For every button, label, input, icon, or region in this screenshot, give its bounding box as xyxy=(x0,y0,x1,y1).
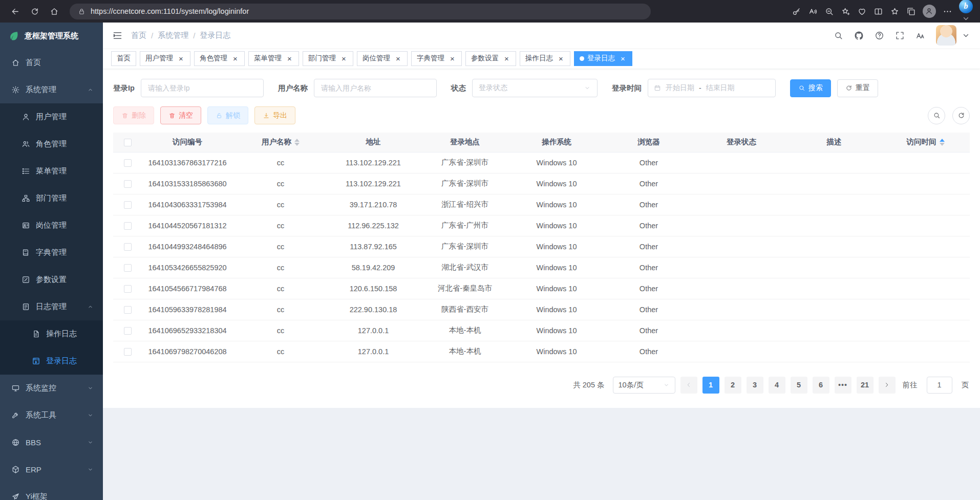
app-logo[interactable]: 意框架管理系统 xyxy=(0,23,103,49)
refresh-button[interactable] xyxy=(27,3,43,19)
page-button-1[interactable]: 1 xyxy=(702,377,719,394)
sidebar-item-system-mgmt[interactable]: 系统管理 xyxy=(0,76,103,103)
user-menu-caret-icon[interactable] xyxy=(961,31,971,40)
sidebar-item-system-monitor[interactable]: 系统监控 xyxy=(0,375,103,402)
column-header-time[interactable]: 访问时间 xyxy=(881,133,970,152)
page-size-select[interactable]: 10条/页 xyxy=(613,377,675,394)
sidebar-item-dict-mgmt[interactable]: 字典管理 xyxy=(0,239,103,266)
reset-button[interactable]: 重置 xyxy=(837,79,878,97)
close-tab-icon[interactable]: × xyxy=(231,55,239,62)
page-button-2[interactable]: 2 xyxy=(725,377,741,394)
sidebar-toggle-icon[interactable] xyxy=(112,30,123,41)
sidebar-item-menu-mgmt[interactable]: 菜单管理 xyxy=(0,158,103,185)
tab-home[interactable]: 首页 xyxy=(111,51,136,66)
delete-button[interactable]: 删除 xyxy=(113,106,154,124)
row-checkbox[interactable] xyxy=(124,348,132,356)
home-button[interactable] xyxy=(46,3,62,19)
next-page-button[interactable] xyxy=(879,377,896,394)
zoom-icon[interactable] xyxy=(824,7,834,16)
close-tab-icon[interactable]: × xyxy=(619,55,627,62)
tab-login-log[interactable]: 登录日志× xyxy=(574,51,632,66)
sidebar-item-dept-mgmt[interactable]: 部门管理 xyxy=(0,185,103,212)
login-time-range-picker[interactable]: 开始日期 - 结束日期 xyxy=(648,79,776,97)
row-checkbox[interactable] xyxy=(124,264,132,272)
page-ellipsis[interactable]: ••• xyxy=(835,377,851,394)
tab-dict-mgmt[interactable]: 字典管理× xyxy=(411,51,462,66)
sidebar-item-user-mgmt[interactable]: 用户管理 xyxy=(0,103,103,131)
browser-profile-avatar[interactable] xyxy=(923,5,936,18)
url-bar[interactable]: https://ccnetcore.com:1101/system/log/lo… xyxy=(70,4,651,19)
clear-button[interactable]: 清空 xyxy=(160,106,201,124)
tab-post-mgmt[interactable]: 岗位管理× xyxy=(357,51,408,66)
page-button-3[interactable]: 3 xyxy=(747,377,763,394)
user-name-input[interactable] xyxy=(314,79,437,97)
sidebar-item-login-log[interactable]: 登录日志 xyxy=(0,347,103,375)
sidebar-item-home[interactable]: 首页 xyxy=(0,49,103,76)
close-tab-icon[interactable]: × xyxy=(557,55,565,62)
close-tab-icon[interactable]: × xyxy=(449,55,456,62)
tab-operation-log[interactable]: 操作日志× xyxy=(520,51,570,66)
unlock-button[interactable]: 解锁 xyxy=(207,106,248,124)
header-search-icon[interactable] xyxy=(834,31,843,40)
sidebar-item-log-mgmt[interactable]: 日志管理 xyxy=(0,293,103,320)
column-header-user[interactable]: 用户名称 xyxy=(233,133,328,152)
status-select[interactable]: 登录状态 xyxy=(472,79,598,97)
close-tab-icon[interactable]: × xyxy=(286,55,293,62)
refresh-table-button[interactable] xyxy=(952,107,970,124)
close-tab-icon[interactable]: × xyxy=(340,55,348,62)
login-ip-input[interactable] xyxy=(141,79,264,97)
back-button[interactable] xyxy=(7,3,24,19)
goto-page-input[interactable] xyxy=(927,377,952,394)
sidebar-item-param-settings[interactable]: 参数设置 xyxy=(0,266,103,293)
page-button-4[interactable]: 4 xyxy=(769,377,785,394)
page-button-5[interactable]: 5 xyxy=(791,377,807,394)
row-checkbox[interactable] xyxy=(124,180,132,188)
tab-dept-mgmt[interactable]: 部门管理× xyxy=(303,51,353,66)
select-all-checkbox[interactable] xyxy=(124,139,132,146)
page-button-6[interactable]: 6 xyxy=(813,377,829,394)
export-button[interactable]: 导出 xyxy=(254,106,295,124)
sort-caret-icon[interactable] xyxy=(294,139,300,146)
close-tab-icon[interactable]: × xyxy=(503,55,510,62)
page-button-21[interactable]: 21 xyxy=(857,377,874,394)
sidebar-item-yi-framework[interactable]: Yi框架 xyxy=(0,483,103,500)
row-checkbox[interactable] xyxy=(124,285,132,293)
close-tab-icon[interactable]: × xyxy=(177,55,185,62)
prev-page-button[interactable] xyxy=(680,377,697,394)
favorites-icon[interactable] xyxy=(890,7,900,16)
collections-icon[interactable] xyxy=(906,7,916,16)
fullscreen-icon[interactable] xyxy=(895,31,905,40)
sort-caret-icon[interactable] xyxy=(940,139,945,146)
split-screen-icon[interactable] xyxy=(874,7,883,16)
sidebar-item-system-tools[interactable]: 系统工具 xyxy=(0,402,103,429)
browser-essentials-icon[interactable] xyxy=(857,7,867,16)
copilot-button[interactable]: b xyxy=(959,0,973,24)
breadcrumb-home[interactable]: 首页 xyxy=(131,31,146,40)
add-favorite-icon[interactable] xyxy=(841,7,850,16)
sidebar-item-operation-log[interactable]: 操作日志 xyxy=(0,320,103,347)
tab-role-mgmt[interactable]: 角色管理× xyxy=(194,51,245,66)
row-checkbox[interactable] xyxy=(124,327,132,335)
help-icon[interactable] xyxy=(875,31,884,40)
row-checkbox[interactable] xyxy=(124,222,132,230)
font-size-icon[interactable] xyxy=(915,31,925,40)
sidebar-item-erp[interactable]: ERP xyxy=(0,456,103,483)
row-checkbox[interactable] xyxy=(124,201,132,209)
password-key-icon[interactable] xyxy=(792,7,801,16)
row-checkbox[interactable] xyxy=(124,306,132,314)
user-avatar[interactable] xyxy=(936,25,956,46)
close-tab-icon[interactable]: × xyxy=(394,55,402,62)
tab-user-mgmt[interactable]: 用户管理× xyxy=(140,51,190,66)
row-checkbox[interactable] xyxy=(124,243,132,251)
toggle-search-button[interactable] xyxy=(928,107,945,124)
tab-menu-mgmt[interactable]: 菜单管理× xyxy=(248,51,299,66)
sidebar-item-role-mgmt[interactable]: 角色管理 xyxy=(0,131,103,158)
sidebar-item-bbs[interactable]: BBS xyxy=(0,429,103,456)
github-icon[interactable] xyxy=(854,31,864,40)
more-menu-icon[interactable] xyxy=(943,7,952,16)
tab-param-settings[interactable]: 参数设置× xyxy=(465,51,516,66)
search-button[interactable]: 搜索 xyxy=(790,79,831,97)
row-checkbox[interactable] xyxy=(124,159,132,167)
read-aloud-icon[interactable] xyxy=(808,7,818,16)
sidebar-item-post-mgmt[interactable]: 岗位管理 xyxy=(0,212,103,239)
